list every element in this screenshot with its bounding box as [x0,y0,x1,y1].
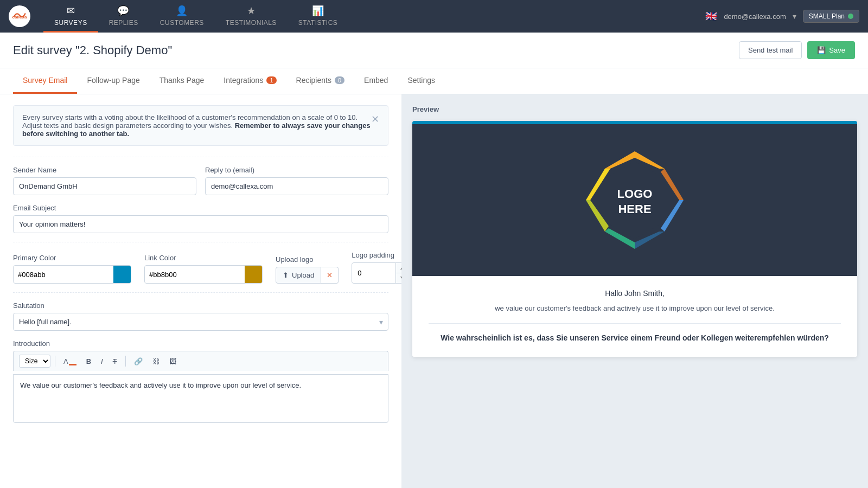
preview-body: Hallo John Smith, we value our customer'… [412,276,857,357]
primary-color-label: Primary Color [13,254,131,262]
preview-divider [429,323,841,324]
language-flag[interactable]: 🇬🇧 [705,10,717,22]
clear-logo-button[interactable]: ✕ [321,267,339,284]
preview-greeting: Hallo John Smith, [429,289,841,298]
info-banner: Every survey starts with a voting about … [13,105,388,146]
surveys-icon: ✉ [67,5,75,17]
email-subject-label: Email Subject [13,204,388,212]
save-button[interactable]: 💾 Save [807,41,855,59]
statistics-icon: 📊 [312,5,324,17]
top-navigation: callexa ✉ SURVEYS 💬 REPLIES 👤 CUSTOMERS … [0,0,868,33]
logo-upload-wrap: ⬆ Upload ✕ [276,267,339,284]
preview-question: Wie wahrscheinlich ist es, dass Sie unse… [429,332,841,344]
header-actions: Send test mail 💾 Save [739,41,855,59]
toolbar-separator [55,356,55,367]
sender-name-group: Sender Name [13,166,196,195]
reply-to-label: Reply to (email) [205,166,388,174]
send-test-mail-button[interactable]: Send test mail [739,41,802,59]
italic-button[interactable]: I [97,355,107,368]
primary-color-input[interactable] [14,267,113,282]
toolbar-separator-2 [125,356,126,367]
page-title: Edit survey "2. Shopify Demo" [13,43,172,57]
preview-intro: we value our customer's feedback and act… [429,303,841,314]
nav-customers[interactable]: 👤 CUSTOMERS [149,0,215,33]
user-email: demo@callexa.com [724,12,786,21]
upload-logo-label: Upload logo [276,255,339,264]
salutation-group: Salutation Hello [full name]. ▾ [13,301,388,331]
recipients-badge: 0 [335,76,344,84]
tab-embed[interactable]: Embed [354,68,398,94]
right-panel: Preview [401,94,868,488]
upload-button[interactable]: ⬆ Upload [276,267,321,284]
font-color-button[interactable]: A [60,355,80,368]
plan-status-dot [848,14,853,19]
logo-padding-label: Logo padding [352,251,401,259]
primary-color-swatch[interactable] [113,266,131,283]
unlink-button[interactable]: ⛓ [149,355,163,368]
upload-logo-group: Upload logo ⬆ Upload ✕ [276,255,339,284]
nav-surveys[interactable]: ✉ SURVEYS [43,0,98,33]
spinner-up-button[interactable]: ▲ [396,263,401,273]
link-color-input[interactable] [145,267,245,282]
save-icon: 💾 [817,46,826,54]
tab-settings[interactable]: Settings [398,68,445,94]
svg-marker-4 [661,200,684,232]
spinner-down-button[interactable]: ▼ [396,273,401,283]
info-banner-text: Every survey starts with a voting about … [22,113,371,138]
tab-recipients[interactable]: Recipients 0 [286,68,355,94]
info-close-button[interactable]: ✕ [371,113,379,125]
reply-to-input[interactable] [205,177,388,195]
salutation-select-wrap: Hello [full name]. ▾ [13,313,388,331]
editor-body[interactable]: We value our customer's feedback and act… [13,374,388,423]
svg-marker-7 [586,200,609,232]
font-size-select[interactable]: Size [19,355,50,368]
svg-marker-8 [586,169,610,200]
sender-reply-row: Sender Name Reply to (email) [13,166,388,195]
upload-icon: ⬆ [283,271,289,279]
testimonials-icon: ★ [247,5,256,17]
logo-padding-spinner: ▲ ▼ [352,262,401,284]
primary-color-group: Primary Color [13,254,131,284]
svg-marker-3 [661,169,684,200]
bold-button[interactable]: B [82,355,95,368]
integrations-badge: 1 [266,76,276,84]
sender-name-input[interactable] [13,177,196,195]
link-color-swatch[interactable] [245,266,262,283]
nav-testimonials[interactable]: ★ TESTIMONIALS [215,0,288,33]
salutation-label: Salutation [13,301,388,310]
customers-icon: 👤 [176,5,188,17]
image-button[interactable]: 🖼 [165,355,180,368]
app-logo[interactable]: callexa [9,5,30,27]
salutation-select[interactable]: Hello [full name]. [13,313,388,331]
spinner-buttons: ▲ ▼ [395,263,401,283]
strikethrough-button[interactable]: T [109,355,121,368]
tab-follow-up-page[interactable]: Follow-up Page [77,68,149,94]
nav-replies[interactable]: 💬 REPLIES [98,0,149,33]
tab-survey-email[interactable]: Survey Email [13,68,77,94]
reply-to-group: Reply to (email) [205,166,388,195]
tab-integrations[interactable]: Integrations 1 [214,68,286,94]
svg-text:LOGO: LOGO [617,187,653,201]
introduction-label: Introduction [13,339,388,348]
left-panel: Every survey starts with a voting about … [0,94,401,488]
editor-toolbar: Size A B I T 🔗 ⛓ 🖼 [13,351,388,371]
svg-text:HERE: HERE [618,202,651,216]
email-subject-group: Email Subject [13,204,388,233]
tabs-bar: Survey Email Follow-up Page Thanks Page … [0,68,868,94]
link-color-label: Link Color [144,254,263,262]
tab-thanks-page[interactable]: Thanks Page [150,68,214,94]
nav-statistics[interactable]: 📊 STATISTICS [288,0,349,33]
nav-items: ✉ SURVEYS 💬 REPLIES 👤 CUSTOMERS ★ TESTIM… [43,0,705,33]
primary-color-input-wrap [13,265,131,284]
link-color-input-wrap [144,265,263,284]
plan-badge[interactable]: SMALL Plan [803,10,859,23]
email-subject-input[interactable] [13,215,388,233]
hex-logo-svg: LOGO HERE [580,146,689,254]
link-color-group: Link Color [144,254,263,284]
link-button[interactable]: 🔗 [130,355,146,368]
logo-padding-group: Logo padding ▲ ▼ [352,251,401,284]
page-header: Edit survey "2. Shopify Demo" Send test … [0,33,868,68]
replies-icon: 💬 [117,5,130,17]
sender-name-label: Sender Name [13,166,196,174]
logo-padding-input[interactable] [352,265,395,281]
